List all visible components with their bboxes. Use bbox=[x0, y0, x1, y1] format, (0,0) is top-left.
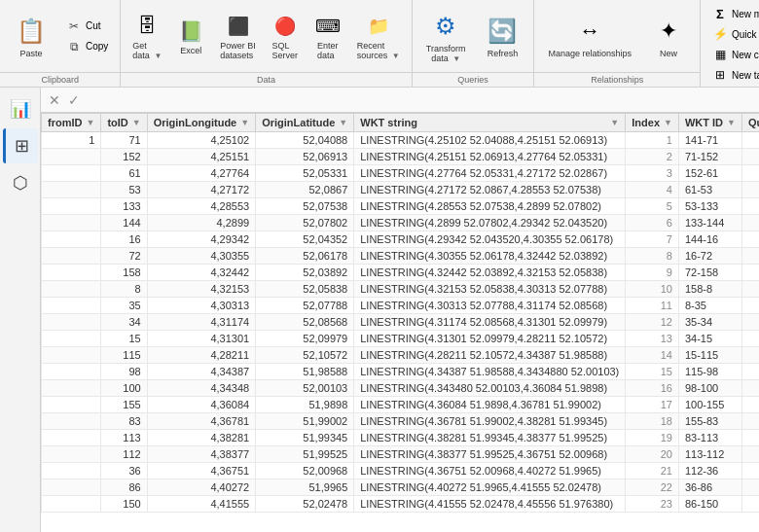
table-cell: 18 bbox=[626, 413, 679, 430]
table-cell: LINESTRING(4.36084 51.9898,4.36781 51.99… bbox=[354, 397, 626, 413]
data-table-container[interactable]: fromID▼ toID▼ OriginLongitude▼ OriginLat… bbox=[41, 113, 759, 532]
table-cell: 144-16 bbox=[678, 231, 741, 248]
table-row: 154,3130152,09979LINESTRING(4.31301 52.0… bbox=[42, 331, 760, 347]
sidebar-item-model[interactable]: ⬡ bbox=[3, 165, 38, 200]
col-header-toID[interactable]: toID▼ bbox=[101, 114, 147, 132]
table-cell: 52,05838 bbox=[256, 281, 354, 298]
sidebar-item-reports[interactable]: 📊 bbox=[3, 91, 38, 126]
recent-sources-button[interactable]: 📁 Recentsources ▼ bbox=[351, 10, 406, 63]
table-cell: LINESTRING(4.25151 52.06913,4.27764 52.0… bbox=[354, 149, 626, 165]
new-table-button[interactable]: ⊞ New table bbox=[706, 65, 759, 85]
copy-icon: ⧉ bbox=[66, 39, 82, 54]
table-row: 1504,4155552,02478LINESTRING(4.41555 52.… bbox=[42, 496, 760, 513]
quick-measure-label: Quick measure bbox=[732, 29, 759, 40]
cut-copy-group: ✂ Cut ⧉ Copy bbox=[60, 17, 114, 56]
table-cell: 116 bbox=[741, 149, 759, 165]
table-cell: 78 bbox=[741, 331, 759, 347]
table-cell: 19 bbox=[626, 430, 679, 446]
refresh-button[interactable]: 🔄 Refresh bbox=[477, 10, 527, 62]
table-cell: 7 bbox=[626, 231, 679, 248]
new-relationship-button[interactable]: ✦ New bbox=[643, 10, 694, 62]
col-header-Quantity[interactable]: Quantity▼ bbox=[741, 114, 759, 132]
ribbon-section-queries: ⚙ Transformdata ▼ 🔄 Refresh Queries bbox=[413, 0, 535, 87]
col-header-Index[interactable]: Index▼ bbox=[626, 114, 679, 132]
table-row: 614,2776452,05331LINESTRING(4.27764 52.0… bbox=[42, 165, 760, 182]
table-cell: LINESTRING(4.32153 52.05838,4.30313 52.0… bbox=[354, 281, 626, 298]
table-cell: LINESTRING(4.36781 51.99002,4.38281 51.9… bbox=[354, 413, 626, 430]
excel-button[interactable]: 📗 Excel bbox=[171, 15, 210, 58]
table-cell: 98 bbox=[101, 364, 147, 380]
table-cell bbox=[42, 364, 101, 380]
table-cell: 52,09979 bbox=[256, 331, 354, 347]
col-header-WKT-ID[interactable]: WKT ID▼ bbox=[678, 114, 741, 132]
table-cell bbox=[42, 231, 101, 248]
table-cell: 52,00103 bbox=[256, 380, 354, 397]
quick-measure-icon: ⚡ bbox=[712, 26, 728, 42]
ribbon-section-calculations: Σ New measure ⚡ Quick measure ▦ New colu… bbox=[701, 0, 759, 87]
manage-relationships-button[interactable]: ↔ Manage relationships bbox=[540, 10, 639, 62]
col-header-OriginLongitude[interactable]: OriginLongitude▼ bbox=[147, 114, 255, 132]
formula-confirm-button[interactable]: ✓ bbox=[68, 92, 80, 108]
sidebar-item-data[interactable]: ⊞ bbox=[3, 128, 38, 163]
table-cell: 98-100 bbox=[678, 380, 741, 397]
table-cell: LINESTRING(4.25102 52.04088,4.25151 52.0… bbox=[354, 132, 626, 149]
ribbon-section-clipboard: 📋 Paste ✂ Cut ⧉ Copy Clipboard bbox=[0, 0, 121, 87]
formula-cancel-button[interactable]: ✕ bbox=[49, 92, 60, 108]
filter-latitude-icon[interactable]: ▼ bbox=[339, 118, 347, 127]
table-cell: 122 bbox=[741, 182, 759, 198]
filter-wkt-icon[interactable]: ▼ bbox=[610, 118, 619, 127]
enter-data-button[interactable]: ⌨ Enterdata bbox=[308, 10, 347, 63]
table-cell: LINESTRING(4.36751 52.00968,4.40272 51.9… bbox=[354, 463, 626, 479]
cut-button[interactable]: ✂ Cut bbox=[60, 17, 114, 36]
table-cell bbox=[42, 314, 101, 331]
table-cell: 52,08568 bbox=[256, 314, 354, 331]
table-cell bbox=[42, 248, 101, 265]
table-cell: 26 bbox=[741, 446, 759, 463]
filter-longitude-icon[interactable]: ▼ bbox=[240, 118, 249, 127]
table-cell: 91 bbox=[741, 397, 759, 413]
excel-label: Excel bbox=[180, 46, 201, 55]
get-data-button[interactable]: 🗄 Getdata ▼ bbox=[126, 10, 167, 63]
table-header: fromID▼ toID▼ OriginLongitude▼ OriginLat… bbox=[42, 114, 760, 132]
calculations-content: Σ New measure ⚡ Quick measure ▦ New colu… bbox=[701, 0, 759, 89]
transform-data-button[interactable]: ⚙ Transformdata ▼ bbox=[418, 5, 474, 67]
table-cell: 72 bbox=[101, 248, 147, 265]
table-cell: 115-98 bbox=[678, 364, 741, 380]
table-cell: 52,03892 bbox=[256, 265, 354, 281]
table-cell: 4,27172 bbox=[147, 182, 255, 198]
copy-label: Copy bbox=[86, 41, 108, 52]
ribbon: 📋 Paste ✂ Cut ⧉ Copy Clipboard 🗄 Getdata… bbox=[0, 0, 759, 88]
table-cell: 53-133 bbox=[678, 198, 741, 215]
filter-toID-icon[interactable]: ▼ bbox=[132, 118, 141, 127]
table-cell: 4,30313 bbox=[147, 298, 255, 314]
table-cell: 133 bbox=[101, 198, 147, 215]
table-cell: 4,41555 bbox=[147, 496, 255, 513]
filter-wktid-icon[interactable]: ▼ bbox=[727, 118, 736, 127]
table-cell: 33 bbox=[741, 479, 759, 496]
sql-server-button[interactable]: 🔴 SQLServer bbox=[266, 10, 305, 63]
table-cell: 14 bbox=[626, 347, 679, 364]
col-header-WKT-string[interactable]: WKT string▼ bbox=[354, 114, 626, 132]
table-row: 864,4027251,9965LINESTRING(4.40272 51.99… bbox=[42, 479, 760, 496]
paste-button[interactable]: 📋 Paste bbox=[6, 10, 56, 62]
table-cell: 141-71 bbox=[678, 132, 741, 149]
copy-button[interactable]: ⧉ Copy bbox=[60, 37, 114, 56]
col-header-fromID[interactable]: fromID▼ bbox=[42, 114, 101, 132]
table-cell: 51 bbox=[741, 198, 759, 215]
table-row: 164,2934252,04352LINESTRING(4.29342 52.0… bbox=[42, 231, 760, 248]
table-cell: 16-72 bbox=[678, 248, 741, 265]
table-cell: 51,98588 bbox=[256, 364, 354, 380]
table-cell: 71 bbox=[741, 298, 759, 314]
powerbi-datasets-button[interactable]: ⬛ Power BIdatasets bbox=[214, 10, 262, 63]
table-row: 1444,289952,07802LINESTRING(4.2899 52.07… bbox=[42, 215, 760, 231]
table-cell: 113-112 bbox=[678, 446, 741, 463]
new-column-button[interactable]: ▦ New column bbox=[706, 45, 759, 64]
table-cell: 150 bbox=[101, 496, 147, 513]
quick-measure-button[interactable]: ⚡ Quick measure bbox=[706, 24, 759, 44]
col-header-OriginLatitude[interactable]: OriginLatitude▼ bbox=[256, 114, 354, 132]
filter-index-icon[interactable]: ▼ bbox=[664, 118, 672, 127]
table-cell: 13 bbox=[626, 331, 679, 347]
new-measure-button[interactable]: Σ New measure bbox=[706, 4, 759, 23]
filter-fromID-icon[interactable]: ▼ bbox=[86, 118, 94, 127]
table-cell: 4,25151 bbox=[147, 149, 255, 165]
